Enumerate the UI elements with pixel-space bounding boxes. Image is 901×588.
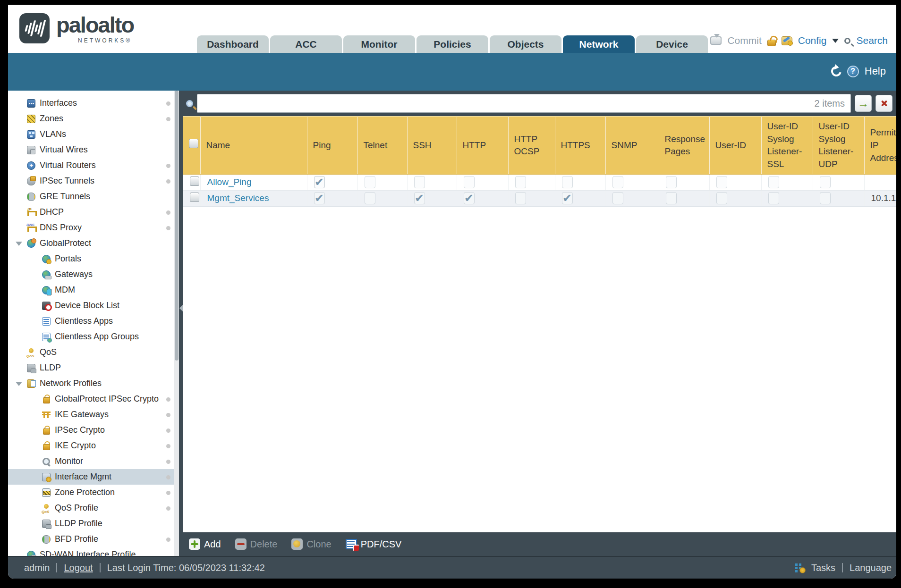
checkbox-indicator <box>768 176 779 188</box>
column-header-name[interactable]: Name <box>200 117 307 174</box>
help-icon[interactable]: ? <box>847 66 859 77</box>
collapse-sidebar-icon[interactable] <box>179 305 183 311</box>
select-all-checkbox[interactable] <box>189 139 198 148</box>
column-header-http-ocsp[interactable]: HTTP OCSP <box>508 117 555 174</box>
globalprotect-icon <box>27 239 35 248</box>
profile-link[interactable]: Mgmt_Services <box>207 193 269 203</box>
refresh-icon[interactable] <box>829 64 843 78</box>
red-x-icon <box>880 100 888 107</box>
column-header-uid-syslog-ssl[interactable]: User-ID Syslog Listener-SSL <box>761 117 813 174</box>
top-header: paloalto NETWORKS® Dashboard ACC Monitor… <box>8 5 896 53</box>
column-header-ping[interactable]: Ping <box>307 117 357 174</box>
tab-acc[interactable]: ACC <box>270 35 342 53</box>
tab-monitor[interactable]: Monitor <box>343 35 415 53</box>
tab-device[interactable]: Device <box>636 35 708 53</box>
network-sidebar: Interfaces Zones VLANs Virtual Wires Vir… <box>8 91 179 556</box>
sidebar-item-interfaces[interactable]: Interfaces <box>8 95 179 111</box>
column-header-ssh[interactable]: SSH <box>407 117 457 174</box>
row-checkbox[interactable] <box>190 193 199 202</box>
sidebar-item-network-profiles[interactable]: Network Profiles <box>8 376 179 391</box>
dhcp-icon <box>27 208 35 217</box>
sidebar-item-qos[interactable]: QoS <box>8 344 179 360</box>
bottom-toolbar: Add Delete Clone PDF/CSV <box>183 532 896 556</box>
chevron-down-icon[interactable] <box>832 39 839 46</box>
tab-policies[interactable]: Policies <box>416 35 488 53</box>
uid-syslog-udp-check-cell <box>813 190 864 206</box>
add-button[interactable]: Add <box>189 538 221 550</box>
help-link[interactable]: Help <box>865 65 886 77</box>
sidebar-item-zone-protection[interactable]: Zone Protection <box>8 485 179 500</box>
sidebar-item-dhcp[interactable]: DHCP <box>8 204 179 220</box>
sidebar-item-ike-gateways[interactable]: IKE Gateways <box>8 407 179 422</box>
commit-button[interactable]: Commit <box>727 35 761 46</box>
sidebar-item-virtual-wires[interactable]: Virtual Wires <box>8 142 179 158</box>
sidebar-item-ike-crypto[interactable]: IKE Crypto <box>8 438 179 454</box>
sidebar-item-ipsec-tunnels[interactable]: IPSec Tunnels <box>8 173 179 189</box>
column-header-uid-syslog-udp[interactable]: User-ID Syslog Listener-UDP <box>813 117 864 174</box>
qos-profile-icon <box>42 504 51 512</box>
pdf-csv-button[interactable]: PDF/CSV <box>346 539 402 550</box>
column-header-user-id[interactable]: User-ID <box>709 117 761 174</box>
filter-search-icon <box>186 100 193 107</box>
row-checkbox[interactable] <box>190 176 199 186</box>
column-header-snmp[interactable]: SNMP <box>605 117 659 174</box>
sidebar-item-gre-tunnels[interactable]: GRE Tunnels <box>8 189 179 204</box>
profile-link[interactable]: Allow_Ping <box>207 177 252 187</box>
checkbox-indicator <box>414 176 425 188</box>
column-header-http[interactable]: HTTP <box>457 117 508 174</box>
sidebar-item-qos-profile[interactable]: QoS Profile <box>8 500 179 516</box>
column-header-response-pages[interactable]: Response Pages <box>659 117 709 174</box>
clone-button[interactable]: Clone <box>291 538 331 550</box>
checkbox-indicator <box>562 176 573 188</box>
green-arrow-icon: → <box>858 98 869 109</box>
sidebar-item-globalprotect[interactable]: GlobalProtect <box>8 235 179 251</box>
sidebar-divider[interactable] <box>179 91 183 556</box>
sidebar-item-globalprotect-ipsec-crypto[interactable]: GlobalProtect IPSec Crypto <box>8 391 179 407</box>
sidebar-item-lldp[interactable]: LLDP <box>8 360 179 376</box>
delete-button[interactable]: Delete <box>235 538 278 550</box>
http-ocsp-check-cell <box>508 190 555 206</box>
checkbox-indicator <box>515 192 526 204</box>
filter-search-input[interactable] <box>197 94 815 112</box>
sidebar-scrollbar-thumb[interactable] <box>175 91 178 361</box>
column-header-https[interactable]: HTTPS <box>555 117 605 174</box>
unlock-icon[interactable] <box>767 40 776 46</box>
sidebar-item-monitor[interactable]: Monitor <box>8 454 179 469</box>
sidebar-item-vlans[interactable]: VLANs <box>8 126 179 142</box>
config-button[interactable]: Config <box>798 35 827 46</box>
sidebar-item-bfd-profile[interactable]: BFD Profile <box>8 531 179 547</box>
http-check-cell <box>457 190 508 206</box>
column-header-telnet[interactable]: Telnet <box>357 117 407 174</box>
sidebar-item-sd-wan-interface-profile[interactable]: SD-WAN Interface Profile <box>8 547 179 556</box>
sidebar-item-interface-mgmt[interactable]: Interface Mgmt <box>8 469 179 485</box>
tasks-link[interactable]: Tasks <box>811 563 835 573</box>
sidebar-item-dns-proxy[interactable]: DNS Proxy <box>8 220 179 235</box>
clientless-app-groups-icon <box>42 333 51 341</box>
separator <box>56 563 57 572</box>
tab-dashboard[interactable]: Dashboard <box>197 35 269 53</box>
sidebar-item-portals[interactable]: Portals <box>8 251 179 267</box>
sidebar-scrollbar[interactable] <box>174 91 179 556</box>
sidebar-item-virtual-routers[interactable]: Virtual Routers <box>8 158 179 173</box>
tab-objects[interactable]: Objects <box>490 35 561 53</box>
sidebar-item-zones[interactable]: Zones <box>8 111 179 126</box>
language-link[interactable]: Language <box>850 563 892 573</box>
logout-link[interactable]: Logout <box>64 563 93 573</box>
top-actions: Commit Config Search <box>710 35 888 46</box>
sub-header-band: ? Help <box>8 53 896 91</box>
tab-network[interactable]: Network <box>563 35 635 53</box>
sidebar-item-clientless-app-groups[interactable]: Clientless App Groups <box>8 329 179 344</box>
sidebar-item-gateways[interactable]: Gateways <box>8 267 179 282</box>
separator <box>842 563 843 572</box>
sidebar-item-device-block-list[interactable]: Device Block List <box>8 298 179 313</box>
apply-filter-button[interactable]: → <box>855 95 872 112</box>
sidebar-item-mdm[interactable]: MDM <box>8 282 179 298</box>
sidebar-item-clientless-apps[interactable]: Clientless Apps <box>8 313 179 329</box>
sidebar-item-lldp-profile[interactable]: LLDP Profile <box>8 516 179 531</box>
column-header-permitted-ip[interactable]: Permitted IP Address... <box>864 117 896 174</box>
sidebar-item-ipsec-crypto[interactable]: IPSec Crypto <box>8 422 179 438</box>
clear-filter-button[interactable] <box>876 95 892 112</box>
checkbox-indicator <box>515 176 526 188</box>
global-search-button[interactable]: Search <box>856 35 888 46</box>
select-all-header[interactable] <box>183 117 200 174</box>
